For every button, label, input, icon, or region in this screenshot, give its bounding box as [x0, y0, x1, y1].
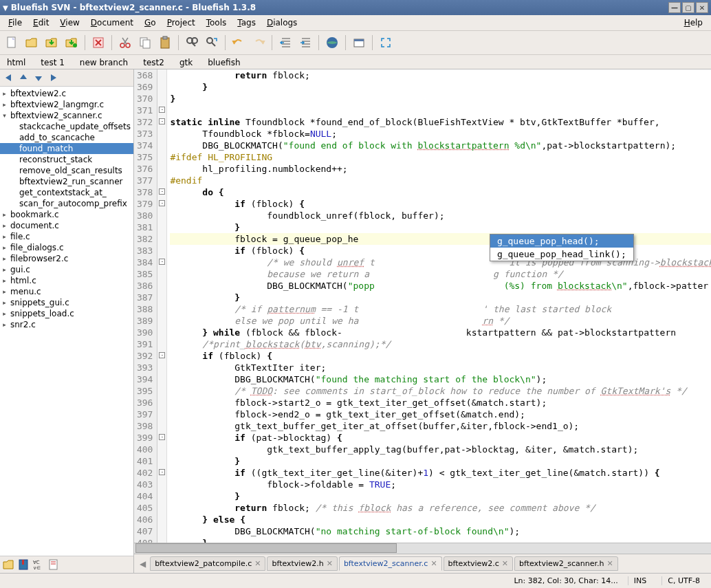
tree-item[interactable]: found_match: [0, 143, 133, 154]
menu-view[interactable]: View: [54, 17, 85, 29]
fold-toggle[interactable]: -: [159, 352, 165, 358]
autocomplete-item[interactable]: g_queue_pop_head();: [490, 235, 633, 248]
tree-item[interactable]: ▸gui.c: [0, 264, 133, 275]
snippets-tab-icon[interactable]: [47, 558, 60, 571]
fold-gutter[interactable]: --------: [157, 69, 167, 543]
collapse-icon[interactable]: ▾: [1, 113, 8, 119]
tree-item[interactable]: reconstruct_stack: [0, 154, 133, 165]
close-tab-icon[interactable]: ✕: [430, 559, 437, 568]
close-tab-icon[interactable]: ✕: [327, 559, 333, 568]
browser-preview-button[interactable]: [323, 34, 341, 52]
file-tab[interactable]: bftextview2_scanner.c✕: [339, 556, 442, 571]
menu-go[interactable]: Go: [139, 17, 162, 29]
fold-toggle[interactable]: -: [159, 107, 165, 113]
first-icon[interactable]: [3, 72, 14, 83]
save-as-button[interactable]: [63, 34, 80, 52]
save-button[interactable]: [43, 34, 61, 52]
paste-button[interactable]: [156, 34, 174, 52]
new-file-button[interactable]: [3, 34, 21, 52]
fold-toggle[interactable]: -: [159, 259, 165, 265]
tree-item[interactable]: ▸snippets_load.c: [0, 308, 133, 319]
close-tab-icon[interactable]: ✕: [502, 559, 508, 568]
find-button[interactable]: [183, 34, 201, 52]
close-tab-icon[interactable]: ✕: [254, 559, 261, 568]
tree-item[interactable]: stackcache_update_offsets: [0, 121, 133, 132]
last-icon[interactable]: [48, 72, 59, 83]
up-icon[interactable]: [18, 72, 29, 83]
menu-file[interactable]: File: [3, 17, 28, 29]
tree-item[interactable]: ▸html.c: [0, 275, 133, 286]
tree-item[interactable]: ▸file_dialogs.c: [0, 242, 133, 253]
tree-item[interactable]: get_contextstack_at_: [0, 187, 133, 198]
fold-toggle[interactable]: -: [159, 434, 165, 440]
tab-scroll-left[interactable]: ◀: [137, 559, 149, 569]
tree-item[interactable]: remove_old_scan_results: [0, 165, 133, 176]
fold-toggle[interactable]: -: [159, 118, 165, 124]
tree-item[interactable]: ▸snr2.c: [0, 319, 133, 330]
code-content[interactable]: return fblock; }} static inline Tfoundbl…: [167, 69, 711, 543]
minimize-button[interactable]: —: [668, 2, 681, 13]
close-file-button[interactable]: [89, 34, 107, 52]
project-tab[interactable]: bluefish: [204, 56, 244, 69]
window-menu-icon[interactable]: ▼: [3, 4, 8, 12]
expand-icon[interactable]: ▸: [1, 223, 8, 229]
bookmarks-tab-icon[interactable]: [17, 558, 30, 571]
down-icon[interactable]: [33, 72, 44, 83]
open-file-button[interactable]: [23, 34, 41, 52]
cut-button[interactable]: [116, 34, 134, 52]
unindent-button[interactable]: [276, 34, 294, 52]
tree-item[interactable]: ▸bookmark.c: [0, 209, 133, 220]
expand-icon[interactable]: ▸: [1, 102, 8, 108]
expand-icon[interactable]: ▸: [1, 267, 8, 273]
close-button[interactable]: ✕: [696, 2, 708, 13]
menu-tools[interactable]: Tools: [201, 17, 232, 29]
find-replace-button[interactable]: [203, 34, 221, 52]
expand-icon[interactable]: ▸: [1, 278, 8, 284]
project-tab[interactable]: test 1: [36, 56, 69, 69]
file-tab[interactable]: bftextview2.h✕: [267, 556, 337, 571]
tree-item[interactable]: bftextview2_run_scanner: [0, 176, 133, 187]
autocomplete-popup[interactable]: g_queue_pop_head();g_queue_pop_head_link…: [490, 234, 634, 261]
maximize-button[interactable]: ▢: [682, 2, 694, 13]
horizontal-scrollbar[interactable]: [134, 543, 711, 554]
tree-item[interactable]: ▸document.c: [0, 220, 133, 231]
tree-item[interactable]: ▸menu.c: [0, 286, 133, 297]
tree-item[interactable]: ▸snippets_gui.c: [0, 297, 133, 308]
file-tab[interactable]: bftextview2_patcompile.c✕: [150, 556, 265, 571]
tree-item[interactable]: ▸filebrowser2.c: [0, 253, 133, 264]
menu-project[interactable]: Project: [162, 17, 201, 29]
project-tab[interactable]: test2: [139, 56, 168, 69]
tree-item[interactable]: ▾bftextview2_scanner.c: [0, 110, 133, 121]
tree-item[interactable]: ▸file.c: [0, 231, 133, 242]
expand-icon[interactable]: ▸: [1, 245, 8, 251]
view-button[interactable]: [350, 34, 368, 52]
project-tab[interactable]: new branch: [76, 56, 132, 69]
tree-item[interactable]: add_to_scancache: [0, 132, 133, 143]
fold-toggle[interactable]: -: [159, 469, 165, 475]
project-tab[interactable]: html: [3, 56, 30, 69]
indent-button[interactable]: [296, 34, 314, 52]
expand-icon[interactable]: ▸: [1, 234, 8, 240]
undo-button[interactable]: [230, 34, 248, 52]
file-tab[interactable]: bftextview2_scanner.h✕: [514, 556, 618, 571]
menu-document[interactable]: Document: [85, 17, 139, 29]
code-editor[interactable]: 3683693703713723733743753763773783793803…: [134, 69, 711, 543]
expand-icon[interactable]: ▸: [1, 91, 8, 97]
menu-help[interactable]: Help: [679, 17, 708, 29]
filebrowser-tab-icon[interactable]: [2, 558, 14, 571]
tree-item[interactable]: scan_for_autocomp_prefix: [0, 198, 133, 209]
menu-tags[interactable]: Tags: [232, 17, 261, 29]
charmap-tab-icon[interactable]: ∀C∨∈: [32, 558, 45, 571]
fold-toggle[interactable]: -: [159, 200, 165, 206]
menu-dialogs[interactable]: Dialogs: [261, 17, 303, 29]
fullscreen-button[interactable]: [377, 34, 395, 52]
tree-item[interactable]: ▸bftextview2.c: [0, 88, 133, 99]
expand-icon[interactable]: ▸: [1, 256, 8, 262]
symbol-tree[interactable]: ▸bftextview2.c▸bftextview2_langmgr.c▾bft…: [0, 87, 133, 556]
menu-edit[interactable]: Edit: [28, 17, 54, 29]
expand-icon[interactable]: ▸: [1, 311, 8, 317]
autocomplete-item[interactable]: g_queue_pop_head_link();: [490, 248, 633, 261]
expand-icon[interactable]: ▸: [1, 322, 8, 328]
file-tab[interactable]: bftextview2.c✕: [444, 556, 513, 571]
close-tab-icon[interactable]: ✕: [606, 559, 613, 568]
